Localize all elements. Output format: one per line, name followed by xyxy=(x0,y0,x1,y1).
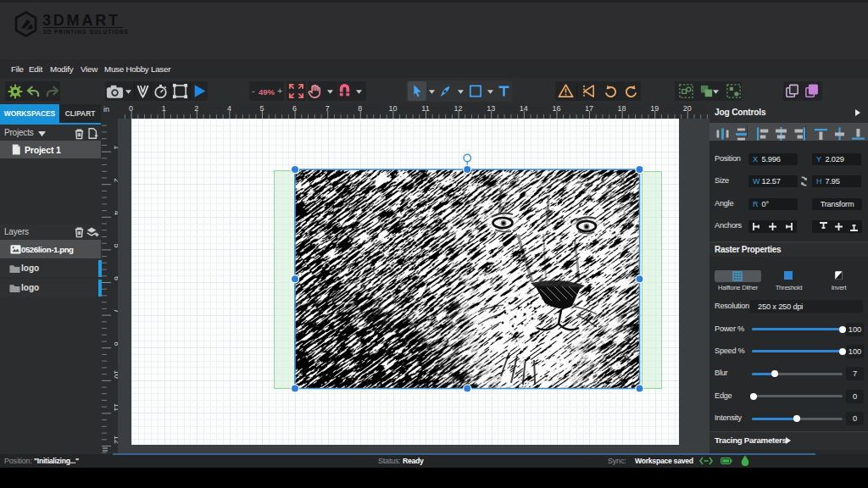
svg-text:11: 11 xyxy=(113,403,118,411)
svg-text:6: 6 xyxy=(113,276,118,280)
svg-text:10: 10 xyxy=(113,370,118,379)
svg-text:6: 6 xyxy=(292,104,297,113)
svg-text:8: 8 xyxy=(358,104,362,113)
svg-text:12: 12 xyxy=(454,104,463,113)
svg-text:12: 12 xyxy=(113,435,118,444)
svg-text:2: 2 xyxy=(194,104,198,113)
svg-text:7: 7 xyxy=(326,104,330,113)
svg-text:2: 2 xyxy=(113,178,118,182)
svg-text:1: 1 xyxy=(162,104,166,113)
svg-text:18: 18 xyxy=(618,104,626,113)
svg-text:8: 8 xyxy=(113,341,118,346)
svg-text:11: 11 xyxy=(421,104,429,113)
svg-text:20: 20 xyxy=(683,104,692,113)
svg-text:19: 19 xyxy=(650,104,659,113)
svg-text:0: 0 xyxy=(129,104,133,113)
svg-text:7: 7 xyxy=(113,309,118,313)
svg-text:17: 17 xyxy=(585,104,593,113)
svg-text:5: 5 xyxy=(113,243,118,247)
svg-text:16: 16 xyxy=(552,104,560,113)
svg-text:1: 1 xyxy=(113,146,118,150)
svg-text:4: 4 xyxy=(227,104,231,113)
svg-text:4: 4 xyxy=(113,211,118,215)
svg-text:14: 14 xyxy=(520,104,528,113)
svg-text:5: 5 xyxy=(259,104,264,113)
svg-text:10: 10 xyxy=(388,104,397,113)
svg-text:13: 13 xyxy=(487,104,495,113)
